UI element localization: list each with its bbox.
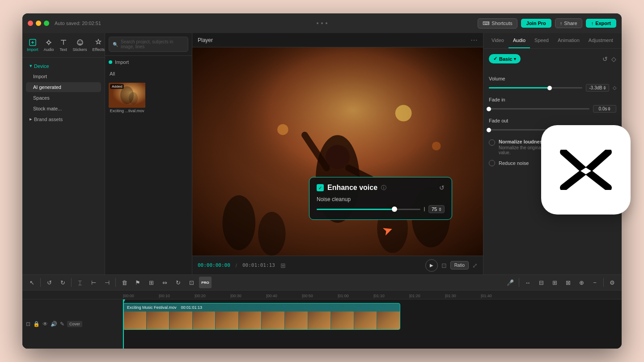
tl-lock-btn[interactable]: 🔒 [33,321,40,327]
tab-audio[interactable]: Audio [508,33,530,48]
select-tool-btn[interactable]: ↖ [26,277,38,288]
export-button[interactable]: ↑ Export [586,19,616,28]
minus-btn[interactable]: − [589,277,601,288]
close-button[interactable] [28,21,33,26]
tool-text[interactable]: Text [57,37,70,54]
cover-label[interactable]: Cover [67,321,82,327]
autosave-label: Auto saved: 20:02:51 [55,21,101,26]
tab-video[interactable]: Video [487,33,508,48]
redo-btn[interactable]: ↻ [57,277,68,288]
media-thumbnail[interactable]: Added Exciting ...tival.mov [109,83,145,113]
volume-slider[interactable] [489,87,582,88]
link-btn[interactable]: ⊕ [576,277,587,288]
ruler-mark: |00:00 [123,294,159,299]
pro-btn[interactable]: PRO [199,277,212,288]
fullscreen-icon[interactable]: ⤢ [472,262,478,269]
stepper-up[interactable] [439,207,441,209]
video-clip[interactable]: Exciting Music Festival.mov 00:01:01:13 [123,303,400,330]
speed-btn[interactable]: ⚑ [132,277,144,288]
basic-tag[interactable]: ✓ Basic ▾ [489,54,521,63]
noise-cleanup-label: Noise cleanup [317,196,445,202]
brand-assets-header[interactable]: ▸ Brand assets [26,114,101,124]
maximize-button[interactable] [44,21,49,26]
enhance-checkbox[interactable]: ✓ [317,184,324,191]
tool-import[interactable]: Import [24,37,41,54]
trim-end-btn[interactable]: ⊣ [101,277,113,288]
import-button[interactable]: Import [105,56,192,68]
transform-btn[interactable]: ⊡ [186,277,197,288]
mic-btn[interactable]: 🎤 [504,277,516,288]
tool-stickers[interactable]: Stickers [70,37,90,54]
nav-stock-material[interactable]: Stock mate... [26,104,101,114]
timeline-left-controls: ⊡ 🔒 👁 🔊 ✎ Cover [22,299,123,349]
fade-out-thumb[interactable] [487,128,491,132]
tl-edit-btn[interactable]: ✎ [60,321,64,327]
split2-btn[interactable]: ⊠ [562,277,574,288]
tab-adjustment[interactable]: Adjustment [584,33,618,48]
tl-eye-btn[interactable]: 👁 [42,321,48,327]
share-button[interactable]: ↑ Share [555,18,582,28]
tl-fullscreen-btn[interactable]: ⊡ [26,321,30,327]
join-pro-button[interactable]: Join Pro [521,19,551,28]
nav-import[interactable]: Import [26,72,101,81]
player-controls: 00:00:00:00 / 00:01:01:13 ⊞ ▶ ⊡ Ratio ⤢ [192,256,483,274]
svg-point-18 [395,105,412,122]
crop-btn[interactable]: ⊞ [145,277,157,288]
reduce-noise-checkbox[interactable] [489,160,495,166]
rotate-btn[interactable]: ↻ [172,277,184,288]
diamond-icon[interactable]: ◇ [611,55,616,63]
device-nav-header[interactable]: ▾ Device [26,61,101,71]
shortcuts-button[interactable]: ⌨ Shortcuts [478,18,517,29]
tl-audio-btn[interactable]: 🔊 [51,321,57,327]
toolbar-icons: Import Audio Text [22,33,105,58]
trim-start-btn[interactable]: ⊢ [88,277,99,288]
ratio-button[interactable]: Ratio [450,261,469,269]
volume-diamond-icon[interactable]: ◇ [613,85,616,91]
zoom-extend-btn[interactable]: ↔ [522,277,534,288]
timeline-track-area[interactable]: Exciting Music Festival.mov 00:01:01:13 [123,299,622,349]
normalize-checkbox[interactable] [489,139,495,146]
nav-ai-generated[interactable]: AI generated [26,82,101,92]
capcut-logo-svg [557,150,615,190]
search-icon: 🔍 [113,42,118,47]
noise-stepper[interactable] [439,207,441,211]
info-icon[interactable]: ⓘ [381,184,386,192]
play-button[interactable]: ▶ [425,259,438,272]
fade-in-slider[interactable] [489,108,589,109]
slider-thumb[interactable] [392,206,397,212]
nav-spaces[interactable]: Spaces [26,93,101,103]
minimize-button[interactable] [36,21,41,26]
volume-thumb[interactable] [547,86,552,90]
ruler-mark: |00:30 [230,294,266,299]
grid-icon[interactable]: ⊞ [280,262,286,269]
tab-animation[interactable]: Animation [553,33,584,48]
volume-fill [489,87,550,88]
delete-btn[interactable]: 🗑 [119,277,130,288]
undo-icon[interactable]: ↺ [602,55,608,63]
svg-point-14 [222,195,255,250]
slider-end-bar [424,207,425,211]
player-menu-icon[interactable]: ⋯ [470,36,478,44]
settings-btn[interactable]: ⚙ [606,277,618,288]
tool-audio[interactable]: Audio [41,37,57,54]
zoom-fit-btn[interactable]: ⊟ [535,277,547,288]
split-btn[interactable]: ⌶ [74,277,86,288]
audio-icon [45,38,53,46]
refresh-icon[interactable]: ↺ [439,184,445,191]
left-panel: Import Audio Text [22,33,105,274]
fade-in-stepper[interactable] [608,107,610,111]
fade-in-thumb[interactable] [487,107,491,111]
undo-btn[interactable]: ↺ [43,277,55,288]
noise-cleanup-slider[interactable] [317,209,420,210]
main-content: Import Audio Text [22,33,622,274]
flip-btn[interactable]: ⇔ [159,277,170,288]
volume-stepper[interactable] [603,86,606,90]
search-box[interactable]: 🔍 Search project, subjects in image, lin… [109,37,188,52]
tab-speed[interactable]: Speed [530,33,553,48]
clip-frame [169,311,192,329]
total-time: 00:01:01:13 [242,262,275,268]
crop-icon[interactable]: ⊡ [441,262,447,269]
zoom-fill-btn[interactable]: ⊞ [549,277,560,288]
timeline-playhead[interactable] [123,299,124,349]
stepper-down[interactable] [439,210,441,211]
